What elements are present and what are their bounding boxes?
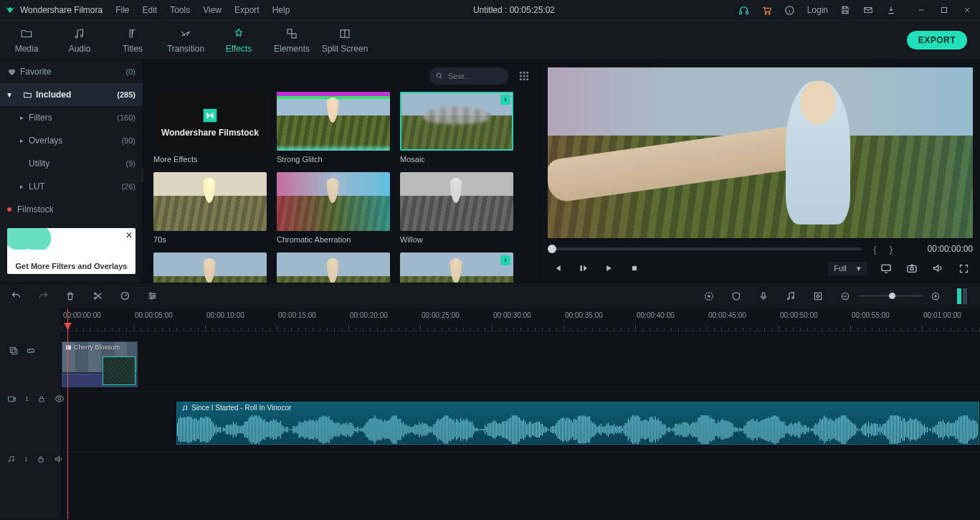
effect-thumb[interactable]: 70s [153, 172, 267, 244]
menu-edit[interactable]: Edit [143, 5, 158, 15]
sidebar-item-overlays[interactable]: ▸ Overlays(90) [0, 129, 143, 152]
svg-rect-388 [660, 421, 660, 439]
sidebar-item-filters[interactable]: ▸ Filters(160) [0, 106, 143, 129]
tab-effects[interactable]: Effects [212, 21, 265, 60]
split-icon[interactable] [92, 290, 103, 302]
download-icon[interactable] [885, 4, 897, 16]
effect-thumb[interactable]: Strong Glitch [277, 92, 390, 164]
search-box[interactable] [429, 67, 508, 85]
effect-thumb[interactable]: Mosaic [400, 92, 513, 164]
svg-point-27 [94, 297, 96, 299]
svg-rect-355 [612, 425, 613, 434]
lock-track-icon[interactable] [37, 455, 45, 463]
svg-rect-207 [400, 419, 401, 440]
video-clip[interactable]: Cherry Blossom [62, 341, 138, 387]
link-track-icon[interactable] [26, 346, 61, 356]
lock-track-icon[interactable] [37, 394, 46, 403]
svg-rect-72 [207, 417, 208, 442]
redo-icon[interactable] [37, 290, 49, 302]
snapshot-icon[interactable] [905, 262, 918, 275]
svg-rect-522 [851, 422, 852, 437]
menu-file[interactable]: File [115, 5, 129, 15]
menu-tools[interactable]: Tools [170, 5, 190, 15]
volume-icon[interactable] [931, 262, 944, 275]
sidebar-filmstock[interactable]: Filmstock [0, 198, 143, 221]
scrub-knob[interactable] [548, 245, 556, 253]
sidebar-item-lut[interactable]: ▸ LUT(26) [0, 175, 143, 198]
render-icon[interactable] [703, 290, 715, 302]
svg-rect-88 [230, 425, 231, 435]
sidebar-included[interactable]: ▾ Included (285) [0, 83, 143, 106]
menu-help[interactable]: Help [272, 5, 290, 15]
zoom-slider[interactable] [858, 295, 923, 297]
effect-thumb[interactable] [277, 252, 390, 283]
svg-rect-453 [752, 419, 753, 441]
promo-close-icon[interactable]: ✕ [125, 230, 133, 240]
marker-shield-icon[interactable] [731, 290, 742, 302]
delete-icon[interactable] [65, 290, 76, 302]
mark-out-icon[interactable]: } [890, 244, 893, 255]
tab-split-screen[interactable]: Split Screen [318, 21, 371, 60]
info-icon[interactable] [784, 4, 796, 16]
timeline-ruler[interactable]: 00:00:00:0000:00:05:0000:00:10:0000:00:1… [62, 308, 980, 331]
speed-icon[interactable] [119, 290, 130, 302]
login-button[interactable]: Login [807, 5, 828, 15]
tab-titles[interactable]: Titles [106, 21, 159, 60]
step-back-icon[interactable] [551, 262, 563, 275]
fullscreen-icon[interactable] [957, 262, 970, 275]
maximize-icon[interactable] [938, 4, 950, 16]
effect-thumb[interactable]: Chromatic Aberration [277, 172, 390, 244]
svg-rect-506 [828, 420, 829, 439]
svg-rect-185 [368, 419, 369, 440]
stop-icon[interactable] [628, 262, 641, 275]
tab-audio[interactable]: Audio [53, 21, 106, 60]
undo-icon[interactable] [10, 290, 22, 302]
export-button[interactable]: EXPORT [907, 31, 967, 49]
tab-transition[interactable]: Transition [159, 21, 212, 60]
preview-viewport[interactable] [548, 67, 973, 238]
voiceover-icon[interactable] [758, 290, 769, 302]
track-size-toggle[interactable] [957, 288, 970, 304]
svg-rect-300 [533, 423, 534, 436]
svg-rect-424 [711, 417, 712, 442]
adjust-icon[interactable] [146, 290, 158, 302]
save-icon[interactable] [839, 4, 851, 16]
effect-thumb[interactable] [153, 252, 267, 283]
display-icon[interactable] [880, 262, 893, 275]
svg-rect-537 [872, 424, 873, 435]
svg-rect-211 [406, 425, 406, 435]
menu-view[interactable]: View [203, 5, 222, 15]
tab-media[interactable]: Media [0, 21, 53, 60]
keyframe-icon[interactable] [812, 290, 824, 302]
view-grid-icon[interactable] [518, 70, 530, 82]
audio-track[interactable]: Since I Started - Roll In Vinocor [62, 392, 980, 452]
audio-mix-icon[interactable] [785, 290, 796, 302]
headset-icon[interactable] [738, 4, 750, 16]
zoom-knob[interactable] [889, 293, 895, 299]
sidebar-item-utility[interactable]: Utility(9) [0, 152, 143, 175]
search-input[interactable] [448, 72, 498, 80]
cart-icon[interactable] [761, 4, 773, 16]
menu-export[interactable]: Export [234, 5, 260, 15]
minimize-icon[interactable] [915, 4, 927, 16]
audio-clip[interactable]: Since I Started - Roll In Vinocor [176, 402, 979, 445]
effect-thumb[interactable]: Wondershare FilmstockMore Effects [153, 92, 267, 164]
sidebar-favorite[interactable]: Favorite (0) [0, 60, 143, 83]
play-icon[interactable] [602, 262, 615, 275]
effect-thumb[interactable]: Willow [400, 172, 513, 244]
play-pause-icon[interactable] [576, 262, 589, 275]
promo-card[interactable]: ✕ Get More Filters and Overlays [7, 228, 135, 274]
applied-effect-indicator[interactable] [103, 356, 135, 385]
quality-select[interactable]: Full ▾ [828, 262, 867, 275]
mark-in-icon[interactable]: { [873, 244, 876, 255]
zoom-in-icon[interactable] [930, 290, 941, 302]
effect-thumb[interactable] [400, 252, 513, 283]
close-icon[interactable] [961, 4, 973, 16]
mail-icon[interactable] [862, 4, 874, 16]
playhead[interactable] [67, 308, 68, 519]
tab-elements[interactable]: Elements [265, 21, 318, 60]
timeline-body[interactable]: 00:00:00:0000:00:05:0000:00:10:0000:00:1… [62, 308, 980, 519]
scrub-track[interactable] [548, 247, 862, 250]
zoom-out-icon[interactable] [839, 290, 851, 302]
video-track[interactable]: Cherry Blossom [62, 331, 980, 392]
